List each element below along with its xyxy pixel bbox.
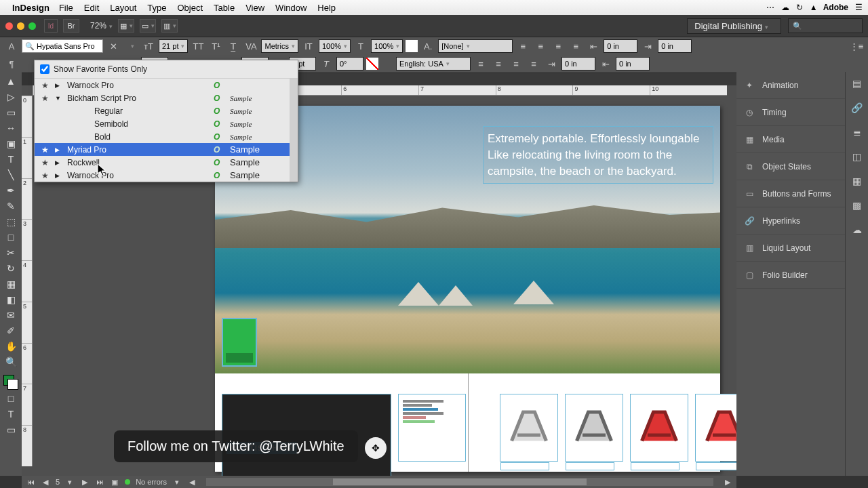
- font-row[interactable]: ★▶Warnock ProO: [35, 79, 290, 92]
- bridge-icon[interactable]: Br: [63, 19, 79, 33]
- horizontal-scrollbar[interactable]: [206, 478, 713, 486]
- panel-timing[interactable]: ◷Timing: [736, 99, 845, 126]
- links-panel-icon[interactable]: 🔗: [850, 100, 865, 115]
- expand-arrow-icon[interactable]: ▶: [55, 159, 62, 166]
- apply-color-icon[interactable]: □: [2, 392, 20, 405]
- note-tool-icon[interactable]: ✉: [2, 308, 20, 322]
- font-row[interactable]: SemiboldOSample: [35, 117, 290, 130]
- minimize-window-icon[interactable]: [17, 22, 24, 30]
- indent-left-input[interactable]: 0 in: [604, 39, 637, 53]
- zoom-tool-icon[interactable]: 🔍: [2, 355, 20, 369]
- type-tool-icon[interactable]: T: [2, 152, 20, 166]
- green-object[interactable]: [222, 318, 257, 367]
- selection-tool-icon[interactable]: ▲: [2, 75, 20, 88]
- menu-type[interactable]: Type: [147, 3, 166, 13]
- justify-right-icon[interactable]: ≡: [509, 57, 524, 70]
- prev-page-icon[interactable]: ◀: [41, 477, 50, 487]
- panel-menu-icon[interactable]: ⋮≡: [849, 39, 864, 53]
- hero-text-frame[interactable]: Extremely portable. Effortlessly loungab…: [483, 126, 713, 184]
- font-dropdown[interactable]: Show Favorite Fonts Only ★▶Warnock ProO★…: [34, 60, 298, 182]
- rectangle-frame-tool-icon[interactable]: ⬚: [2, 215, 20, 228]
- allcaps-icon[interactable]: TT: [191, 39, 205, 53]
- product-card[interactable]: [695, 394, 736, 462]
- close-window-icon[interactable]: [5, 22, 13, 30]
- panel-animation[interactable]: ✦Animation: [736, 72, 845, 99]
- scissors-tool-icon[interactable]: ✂: [2, 246, 20, 260]
- panel-folio-builder[interactable]: ▢Folio Builder: [736, 262, 845, 289]
- formatting-container-icon[interactable]: T: [2, 407, 20, 421]
- preflight-dropdown-icon[interactable]: ▾: [172, 477, 182, 487]
- paragraph-mode-icon[interactable]: ¶: [4, 57, 19, 70]
- clear-font-icon[interactable]: ✕: [106, 39, 121, 53]
- fill-swatch[interactable]: [406, 40, 418, 52]
- indent-right-input[interactable]: 0 in: [658, 39, 692, 53]
- zoom-level[interactable]: 72%: [90, 21, 113, 30]
- align-center-icon[interactable]: ≡: [533, 39, 548, 53]
- swatches-panel-icon[interactable]: ▩: [850, 198, 865, 213]
- align-justify-icon[interactable]: ≡: [568, 39, 583, 53]
- arrange-docs-icon[interactable]: ▥: [161, 19, 178, 33]
- menu-help[interactable]: Help: [317, 3, 336, 13]
- app-name[interactable]: InDesign: [12, 3, 50, 13]
- kerning-input[interactable]: Metrics: [261, 39, 298, 53]
- font-row[interactable]: ★▶Myriad ProOSample: [35, 143, 290, 156]
- firstline-indent-input[interactable]: 0 in: [561, 57, 595, 70]
- underline-icon[interactable]: T̲: [226, 39, 241, 53]
- window-controls[interactable]: [5, 22, 36, 30]
- expand-arrow-icon[interactable]: ▶: [55, 82, 62, 89]
- panel-hyperlinks[interactable]: 🔗Hyperlinks: [736, 207, 845, 235]
- align-left-icon[interactable]: ≡: [515, 39, 530, 53]
- product-card[interactable]: [630, 394, 688, 462]
- gradient-feather-tool-icon[interactable]: ◧: [2, 293, 20, 306]
- stroke-swatch[interactable]: [366, 58, 378, 70]
- panel-liquid-layout[interactable]: ▥Liquid Layout: [736, 235, 845, 262]
- menu-edit[interactable]: Edit: [84, 3, 99, 13]
- show-favorites-row[interactable]: Show Favorite Fonts Only: [35, 60, 298, 79]
- product-card[interactable]: [565, 394, 623, 462]
- menu-layout[interactable]: Layout: [110, 3, 136, 13]
- last-page-icon[interactable]: ⏭: [95, 477, 104, 487]
- menu-object[interactable]: Object: [178, 3, 203, 13]
- zoom-window-icon[interactable]: [28, 22, 36, 30]
- superscript-icon[interactable]: T¹: [208, 39, 223, 53]
- favorite-star-icon[interactable]: ★: [40, 171, 50, 180]
- sync-icon[interactable]: ↻: [796, 3, 803, 12]
- gradient-swatch-tool-icon[interactable]: ▦: [2, 277, 20, 291]
- menu-window[interactable]: Window: [275, 3, 307, 13]
- font-row[interactable]: RegularOSample: [35, 104, 290, 117]
- next-page-icon[interactable]: ▶: [80, 477, 90, 487]
- workspace-switcher[interactable]: Digital Publishing: [687, 18, 781, 34]
- cc-libraries-icon[interactable]: ☁: [850, 222, 865, 237]
- font-list-scrollbar[interactable]: [290, 79, 298, 182]
- panel-buttons-forms[interactable]: ▭Buttons and Forms: [736, 180, 845, 207]
- page-tool-icon[interactable]: ▭: [2, 106, 20, 119]
- font-row[interactable]: ★▼Bickham Script ProOSample: [35, 92, 290, 104]
- font-row[interactable]: BoldOSample: [35, 130, 290, 143]
- rectangle-tool-icon[interactable]: □: [2, 230, 20, 244]
- panel-media[interactable]: ▦Media: [736, 126, 845, 153]
- language-input[interactable]: English: USA: [396, 57, 471, 70]
- page-dropdown-icon[interactable]: ▾: [65, 477, 75, 487]
- vscale-input[interactable]: 100%: [319, 39, 351, 53]
- pages-panel-icon[interactable]: ▤: [850, 76, 865, 91]
- scroll-left-icon[interactable]: ◀: [187, 477, 197, 487]
- pencil-tool-icon[interactable]: ✎: [2, 199, 20, 213]
- free-transform-tool-icon[interactable]: ↻: [2, 262, 20, 275]
- charstyle-input[interactable]: [None]: [438, 39, 513, 53]
- stroke-panel-icon[interactable]: ◫: [850, 149, 865, 164]
- expand-arrow-icon[interactable]: ▶: [55, 172, 62, 179]
- font-list[interactable]: ★▶Warnock ProO★▼Bickham Script ProOSampl…: [35, 79, 290, 182]
- favorite-star-icon[interactable]: ★: [40, 145, 50, 155]
- menubar-list-icon[interactable]: ☰: [855, 3, 863, 12]
- menubar-extra-icon[interactable]: ⋯: [766, 3, 774, 12]
- layers-panel-icon[interactable]: ≣: [850, 125, 865, 140]
- panel-object-states[interactable]: ⧉Object States: [736, 153, 845, 180]
- menu-view[interactable]: View: [245, 3, 264, 13]
- align-right-icon[interactable]: ≡: [551, 39, 566, 53]
- font-row[interactable]: ★▶RockwellOSample: [35, 156, 290, 169]
- screen-mode-icon[interactable]: ▭: [140, 19, 156, 33]
- wifi-icon[interactable]: ▲: [810, 3, 818, 12]
- favorite-star-icon[interactable]: ★: [40, 81, 50, 90]
- favorite-star-icon[interactable]: ★: [40, 94, 50, 103]
- help-search-input[interactable]: 🔍: [788, 18, 863, 33]
